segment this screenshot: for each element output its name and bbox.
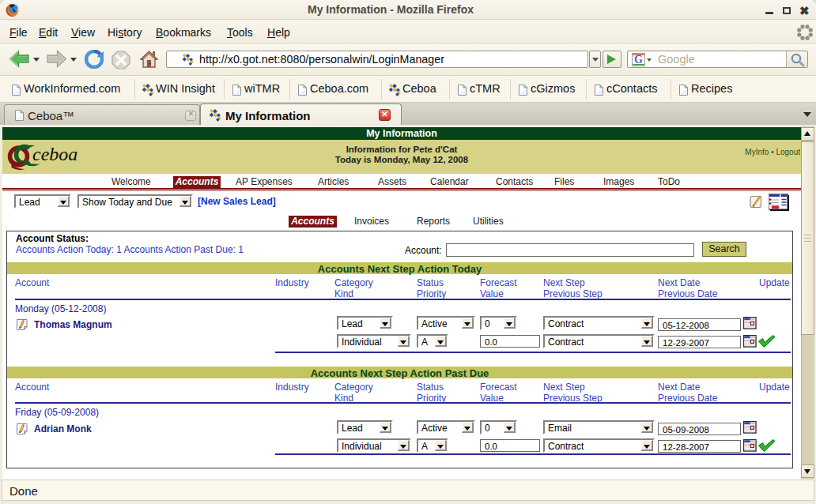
svg-text:G: G <box>634 54 643 66</box>
